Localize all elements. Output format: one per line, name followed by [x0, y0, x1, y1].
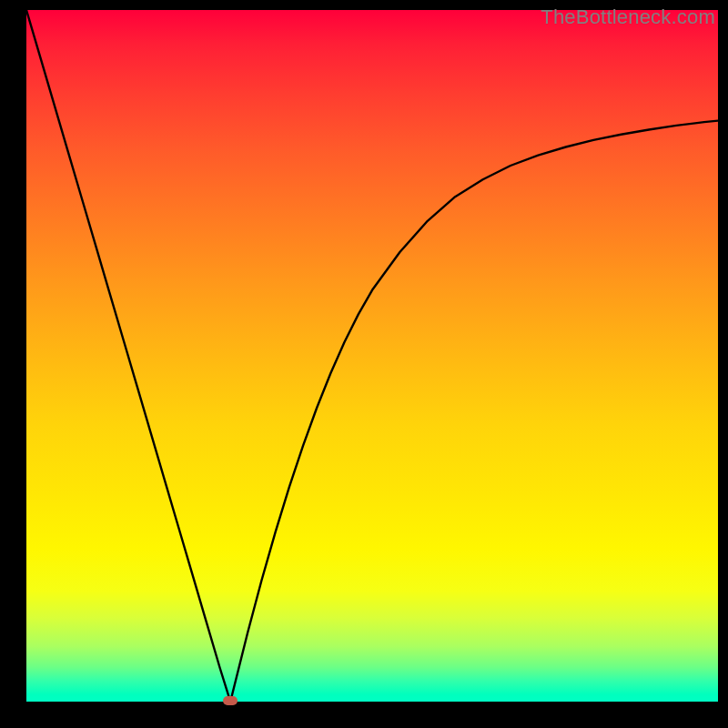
bottleneck-curve: [26, 10, 718, 702]
attribution-text: TheBottleneck.com: [541, 5, 715, 29]
plot-area: [26, 10, 718, 702]
chart-container: TheBottleneck.com: [0, 0, 728, 728]
minimum-marker: [223, 696, 238, 705]
